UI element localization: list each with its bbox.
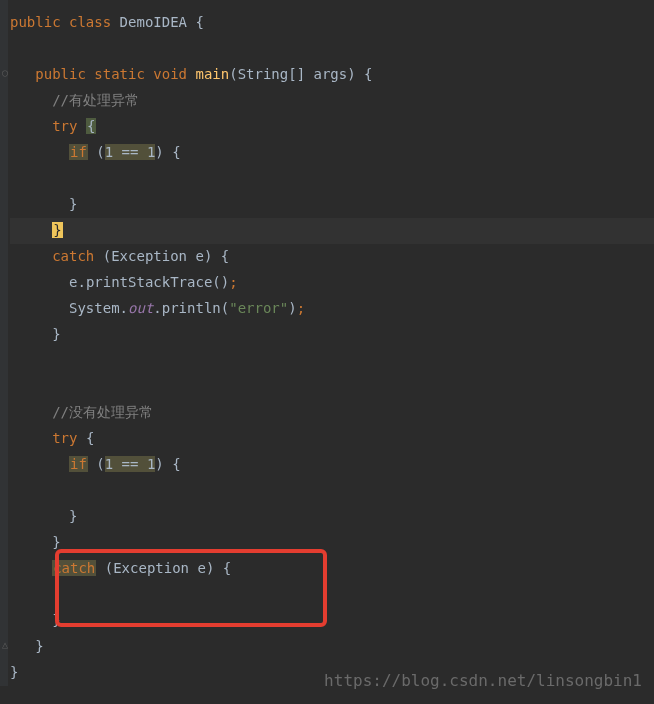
brace: {	[172, 456, 180, 472]
code-line[interactable]	[10, 36, 654, 62]
brace: {	[221, 248, 229, 264]
keyword: void	[153, 66, 187, 82]
code-line[interactable]: public class DemoIDEA {	[10, 10, 654, 36]
code-line[interactable]: }	[10, 192, 654, 218]
keyword: static	[94, 66, 145, 82]
code-line[interactable]: try {	[10, 114, 654, 140]
keyword: public	[35, 66, 86, 82]
brace: {	[86, 430, 94, 446]
dot: .	[153, 300, 161, 316]
paren: )	[288, 300, 296, 316]
code-line[interactable]: △ }	[10, 634, 654, 660]
code-line[interactable]: if (1 == 1) {	[10, 452, 654, 478]
cls: System	[69, 300, 120, 316]
indent	[10, 534, 52, 550]
brace-cursor: }	[52, 222, 62, 238]
condition: 1 == 1	[105, 456, 156, 472]
brace: {	[223, 560, 231, 576]
indent	[10, 456, 69, 472]
watermark: https://blog.csdn.net/linsongbin1	[324, 666, 642, 696]
brace: }	[69, 196, 77, 212]
code-line-current[interactable]: }	[10, 218, 654, 244]
keyword: try	[52, 118, 77, 134]
keyword-hl: if	[69, 456, 88, 472]
gutter-icon[interactable]: △	[2, 636, 8, 655]
code-line[interactable]	[10, 478, 654, 504]
code-line[interactable]: System.out.println("error");	[10, 296, 654, 322]
code-line[interactable]: //有处理异常	[10, 88, 654, 114]
code-editor[interactable]: public class DemoIDEA { ○ public static …	[0, 0, 654, 686]
code-line[interactable]	[10, 374, 654, 400]
indent	[10, 430, 52, 446]
brace: {	[364, 66, 372, 82]
brace: }	[52, 612, 60, 628]
keyword: public	[10, 14, 61, 30]
code-line[interactable]: }	[10, 504, 654, 530]
gutter-override-icon[interactable]: ○	[2, 64, 8, 83]
method-name: main	[195, 66, 229, 82]
indent	[10, 404, 52, 420]
code-line[interactable]: }	[10, 530, 654, 556]
indent	[10, 248, 52, 264]
brace: {	[195, 14, 203, 30]
indent	[10, 66, 35, 82]
code-line[interactable]	[10, 348, 654, 374]
code-line[interactable]: e.printStackTrace();	[10, 270, 654, 296]
code-line[interactable]: ○ public static void main(String[] args)…	[10, 62, 654, 88]
paren: )	[155, 144, 163, 160]
signature: (String[] args)	[229, 66, 355, 82]
signature: (Exception e)	[103, 248, 213, 264]
code-line[interactable]: if (1 == 1) {	[10, 140, 654, 166]
brace-matched: {	[86, 118, 96, 134]
code-line[interactable]	[10, 166, 654, 192]
keyword: catch	[52, 248, 94, 264]
keyword: try	[52, 430, 77, 446]
indent	[10, 326, 52, 342]
indent	[10, 560, 52, 576]
indent	[10, 638, 35, 654]
brace: }	[69, 508, 77, 524]
method: printStackTrace	[86, 274, 212, 290]
semi: ;	[297, 300, 305, 316]
keyword: class	[69, 14, 111, 30]
brace: {	[172, 144, 180, 160]
indent	[10, 508, 69, 524]
indent	[10, 274, 69, 290]
dot: .	[120, 300, 128, 316]
method: println	[162, 300, 221, 316]
code-line[interactable]	[10, 582, 654, 608]
code-line[interactable]: }	[10, 608, 654, 634]
indent	[10, 92, 52, 108]
comment: //有处理异常	[52, 92, 139, 108]
gutter	[0, 0, 8, 686]
indent	[10, 300, 69, 316]
indent	[10, 222, 52, 238]
paren: (	[221, 300, 229, 316]
signature: (Exception e)	[105, 560, 215, 576]
brace: }	[10, 664, 18, 680]
indent	[10, 118, 52, 134]
indent	[10, 196, 69, 212]
keyword-hl: catch	[52, 560, 96, 576]
comment: //没有处理异常	[52, 404, 153, 420]
keyword-hl: if	[69, 144, 88, 160]
indent	[10, 612, 52, 628]
paren: )	[155, 456, 163, 472]
condition: 1 == 1	[105, 144, 156, 160]
call: ()	[212, 274, 229, 290]
semi: ;	[229, 274, 237, 290]
code-line[interactable]: catch (Exception e) {	[10, 556, 654, 582]
code-line[interactable]: catch (Exception e) {	[10, 244, 654, 270]
code-line[interactable]: //没有处理异常	[10, 400, 654, 426]
brace: }	[35, 638, 43, 654]
field-out: out	[128, 300, 153, 316]
indent	[10, 144, 69, 160]
brace: }	[52, 326, 60, 342]
code-line[interactable]: try {	[10, 426, 654, 452]
class-name: DemoIDEA	[120, 14, 187, 30]
string: "error"	[229, 300, 288, 316]
paren: (	[96, 144, 104, 160]
dot: .	[77, 274, 85, 290]
code-line[interactable]: }	[10, 322, 654, 348]
paren: (	[96, 456, 104, 472]
